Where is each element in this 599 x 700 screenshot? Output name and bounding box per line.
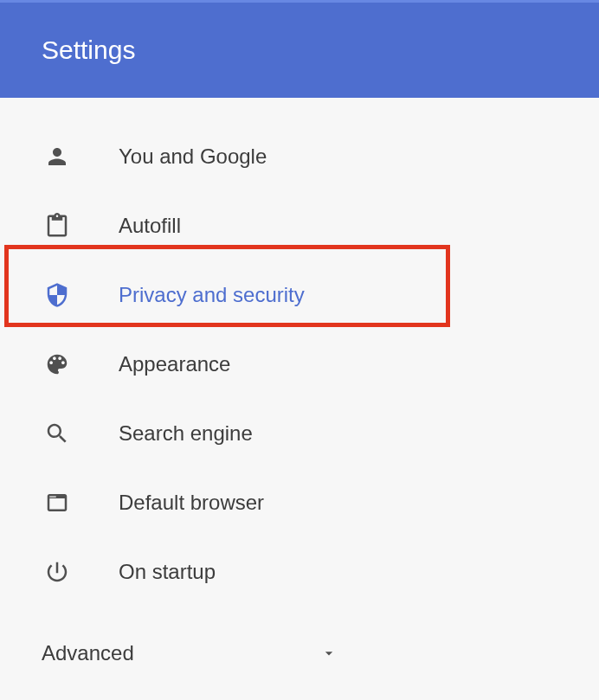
- advanced-label: Advanced: [42, 641, 134, 665]
- palette-icon: [43, 350, 71, 378]
- clipboard-icon: [43, 212, 71, 240]
- sidebar-item-on-startup[interactable]: On startup: [0, 537, 599, 607]
- sidebar-item-label: Privacy and security: [119, 283, 305, 307]
- power-icon: [43, 558, 71, 586]
- sidebar-item-autofill[interactable]: Autofill: [0, 191, 599, 260]
- sidebar-item-default-browser[interactable]: Default browser: [0, 468, 599, 537]
- chevron-down-icon: [319, 643, 339, 664]
- sidebar-item-label: Search engine: [119, 421, 253, 446]
- sidebar-item-search-engine[interactable]: Search engine: [0, 399, 599, 468]
- sidebar: You and Google Autofill Privacy and secu…: [0, 98, 599, 665]
- search-icon: [43, 420, 71, 447]
- sidebar-item-privacy-security[interactable]: Privacy and security: [0, 260, 599, 330]
- sidebar-item-label: Appearance: [119, 352, 230, 376]
- sidebar-item-you-and-google[interactable]: You and Google: [0, 122, 599, 191]
- person-icon: [43, 143, 71, 170]
- page-title: Settings: [42, 35, 135, 65]
- sidebar-item-label: Autofill: [119, 214, 181, 238]
- settings-header: Settings: [0, 0, 599, 98]
- browser-icon: [43, 489, 71, 517]
- sidebar-item-label: Default browser: [119, 491, 264, 515]
- advanced-toggle[interactable]: Advanced: [0, 615, 381, 665]
- sidebar-item-label: On startup: [119, 560, 216, 584]
- sidebar-item-label: You and Google: [119, 144, 267, 169]
- shield-icon: [43, 281, 71, 309]
- sidebar-item-appearance[interactable]: Appearance: [0, 330, 599, 399]
